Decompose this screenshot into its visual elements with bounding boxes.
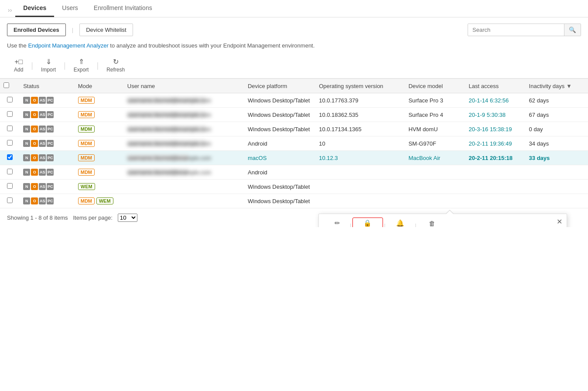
- device-whitelist-button[interactable]: Device Whitelist: [79, 24, 133, 36]
- row-checkbox[interactable]: [7, 197, 13, 203]
- status-icon-o: O: [31, 111, 38, 118]
- popup-toolbar-edit[interactable]: ✏Edit: [326, 218, 349, 227]
- analyzer-link[interactable]: Endpoint Management Analyzer: [28, 42, 108, 49]
- username-cell: [124, 180, 244, 194]
- model-cell: [405, 194, 465, 208]
- model-cell: [405, 180, 465, 194]
- last-access-cell: 20-1-14 6:32:56: [465, 93, 525, 108]
- status-cell: NOASPC: [20, 151, 75, 165]
- os-cell: 10: [315, 136, 405, 151]
- items-per-page-select[interactable]: 5102550100: [118, 214, 137, 222]
- popup-arrow-inner: [446, 211, 454, 214]
- model-cell: HVM domU: [405, 122, 465, 136]
- mode-badge: MDM: [78, 97, 95, 104]
- row-checkbox[interactable]: [7, 169, 13, 174]
- toolbar-import[interactable]: ⇓ Import: [34, 56, 63, 75]
- username-blurred: username.blurred@example.com: [127, 155, 188, 161]
- popup-toolbar-delete[interactable]: 🗑Delete: [417, 218, 447, 228]
- table-row[interactable]: NOASPCMDMusername.blurred@example.comWin…: [0, 108, 588, 122]
- inactivity-cell: [526, 180, 588, 194]
- row-checkbox[interactable]: [7, 97, 13, 102]
- platform-cell: Android: [244, 165, 315, 180]
- username-blurred: username.blurred@example.com: [127, 169, 188, 175]
- status-icon-n: N: [23, 111, 30, 118]
- col-select-all[interactable]: [0, 79, 20, 93]
- status-icon-o: O: [31, 183, 38, 190]
- inactivity-cell: 34 days: [526, 136, 588, 151]
- import-icon: ⇓: [46, 58, 51, 66]
- status-icon-n: N: [23, 140, 30, 147]
- toolbar-export[interactable]: ⇑ Export: [67, 56, 96, 75]
- notify-icon: 🔔: [396, 219, 404, 227]
- os-cell: 10.0.17763.379: [315, 93, 405, 108]
- enrolled-devices-button[interactable]: Enrolled Devices: [7, 24, 66, 36]
- mode-badge: WEM: [96, 197, 113, 204]
- status-icon-as: AS: [39, 169, 46, 176]
- tab-enrollment[interactable]: Enrollment Invitations: [86, 0, 160, 17]
- mode-cell: MDM: [75, 93, 124, 108]
- status-icon-o: O: [31, 154, 38, 161]
- toolbar-refresh[interactable]: ↻ Refresh: [99, 56, 132, 75]
- col-mode: Mode: [75, 79, 124, 93]
- os-cell: 10.0.17134.1365: [315, 122, 405, 136]
- table-row[interactable]: NOASPCMDMusername.blurred@example.commac…: [0, 151, 588, 165]
- tab-devices[interactable]: Devices: [15, 0, 54, 17]
- table-row[interactable]: NOASPCMDMusername.blurred@example.comWin…: [0, 93, 588, 108]
- last-access-cell: [465, 180, 525, 194]
- username-cell: username.blurred@example.com: [124, 151, 244, 165]
- select-all-checkbox[interactable]: [3, 82, 9, 88]
- row-checkbox[interactable]: [7, 111, 13, 117]
- popup-toolbar-secure[interactable]: 🔒Secure: [352, 218, 383, 227]
- mode-cell: MDM WEM: [75, 194, 124, 208]
- row-checkbox[interactable]: [7, 140, 13, 146]
- col-model: Device model: [405, 79, 465, 93]
- status-icon-o: O: [31, 197, 38, 204]
- popup-close-button[interactable]: ✕: [557, 218, 562, 226]
- refresh-icon: ↻: [113, 58, 119, 66]
- device-table: Status Mode User name Device platform Op…: [0, 78, 588, 208]
- mode-badge: MDM: [78, 197, 95, 204]
- tab-users[interactable]: Users: [54, 0, 86, 17]
- table-row[interactable]: NOASPCMDMusername.blurred@example.comAnd…: [0, 165, 588, 180]
- row-checkbox[interactable]: [7, 183, 13, 189]
- platform-cell: Windows Desktop/Tablet: [244, 180, 315, 194]
- platform-cell: Windows Desktop/Tablet: [244, 194, 315, 208]
- popup-toolbar-notify[interactable]: 🔔Notify: [386, 218, 414, 227]
- info-text: Use the Endpoint Management Analyzer to …: [0, 42, 588, 54]
- status-icon-n: N: [23, 183, 30, 190]
- inactivity-dropdown-icon[interactable]: ▼: [566, 83, 572, 89]
- row-checkbox[interactable]: [7, 126, 13, 131]
- status-cell: NOASPC: [20, 165, 75, 180]
- search-input[interactable]: [468, 24, 564, 36]
- table-row[interactable]: NOASPCMDM WEM Windows Desktop/Tablet: [0, 194, 588, 208]
- table-row[interactable]: NOASPCMDMusername.blurred@example.comWin…: [0, 122, 588, 136]
- status-icon-as: AS: [39, 97, 46, 104]
- status-icon-pc: PC: [47, 126, 54, 133]
- showing-text: Showing 1 - 8 of 8 items: [7, 214, 68, 221]
- toolbar-add[interactable]: +□ Add: [7, 56, 30, 75]
- row-checkbox[interactable]: [7, 154, 13, 160]
- inactivity-cell: 0 day: [526, 122, 588, 136]
- username-blurred: username.blurred@example.com: [127, 112, 206, 118]
- add-icon: +□: [14, 58, 23, 66]
- table-row[interactable]: NOASPCWEMWindows Desktop/Tablet: [0, 180, 588, 194]
- items-per-page-label: Items per page:: [73, 214, 112, 221]
- mode-badge: WEM: [78, 183, 95, 190]
- model-cell: Surface Pro 4: [405, 108, 465, 122]
- col-lastaccess: Last access: [465, 79, 525, 93]
- page-header: Enrolled Devices | Device Whitelist 🔍: [0, 17, 588, 42]
- col-inactivity: Inactivity days ▼: [526, 79, 588, 93]
- status-icon-pc: PC: [47, 197, 54, 204]
- model-cell: [405, 165, 465, 180]
- status-icon-pc: PC: [47, 140, 54, 147]
- table-row[interactable]: NOASPCMDMusername.blurred@example.comAnd…: [0, 136, 588, 151]
- mode-badge: MDM: [78, 140, 95, 147]
- status-icon-pc: PC: [47, 169, 54, 176]
- sidebar-toggle[interactable]: ››: [4, 3, 15, 17]
- mode-badge: MDM: [78, 111, 95, 118]
- inactivity-cell: 62 days: [526, 93, 588, 108]
- col-username: User name: [124, 79, 244, 93]
- search-button[interactable]: 🔍: [564, 24, 581, 36]
- status-cell: NOASPC: [20, 93, 75, 108]
- status-icon-as: AS: [39, 154, 46, 161]
